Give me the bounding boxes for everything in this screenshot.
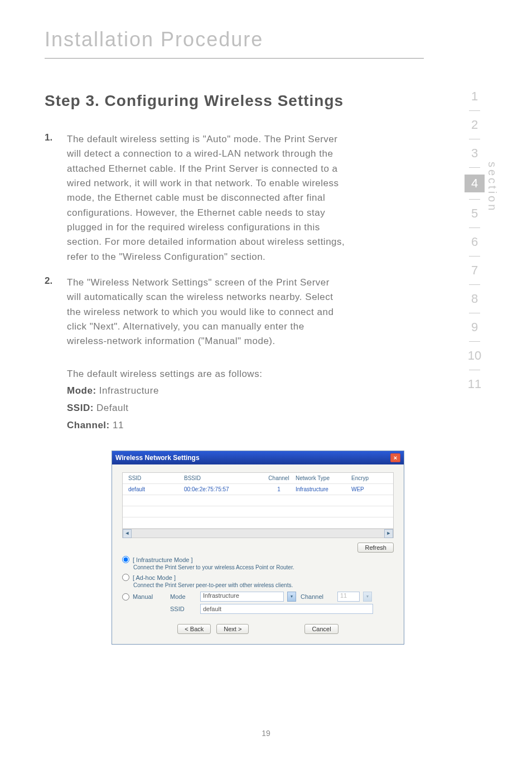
grid-empty-row xyxy=(123,495,393,506)
tab-3[interactable]: 3 xyxy=(465,146,485,161)
cancel-button[interactable]: Cancel xyxy=(304,624,338,634)
manual-mode-lbl: Mode xyxy=(170,593,197,600)
list-number: 2. xyxy=(45,275,67,349)
adhoc-radio-input[interactable] xyxy=(122,574,129,581)
list-item: 2. The "Wireless Network Settings" scree… xyxy=(45,275,346,349)
tab-7[interactable]: 7 xyxy=(465,263,485,278)
cell-enc: WEP xyxy=(351,486,379,492)
back-button[interactable]: < Back xyxy=(177,624,211,634)
tab-9[interactable]: 9 xyxy=(465,320,485,335)
manual-mode-radio[interactable]: Manual xyxy=(122,593,167,601)
manual-channel-lbl: Channel xyxy=(301,593,334,600)
channel-value: 11 xyxy=(113,420,124,430)
mode-combo-arrow[interactable]: ▾ xyxy=(287,592,296,602)
grid-empty-row xyxy=(123,517,393,529)
horizontal-scrollbar[interactable]: ◄ ► xyxy=(123,529,393,538)
list-text: The "Wireless Network Settings" screen o… xyxy=(67,275,346,349)
tab-11[interactable]: 11 xyxy=(465,377,485,391)
tab-6[interactable]: 6 xyxy=(465,235,485,249)
mode-label: Mode: xyxy=(67,385,96,396)
dialog-titlebar: Wireless Network Settings × xyxy=(112,451,404,464)
tab-5[interactable]: 5 xyxy=(465,206,485,221)
tab-10[interactable]: 10 xyxy=(465,348,485,363)
channel-label: Channel: xyxy=(67,420,110,430)
infra-mode-radio[interactable]: [ Infrastructure Mode ] xyxy=(122,556,394,563)
grid-data-row[interactable]: default 00:0e:2e:75:75:57 1 Infrastructu… xyxy=(123,484,393,495)
channel-combo-arrow[interactable]: ▾ xyxy=(363,592,372,602)
cell-ssid: default xyxy=(123,486,184,492)
col-channel: Channel xyxy=(262,475,296,481)
list-text: The default wireless setting is "Auto" m… xyxy=(67,132,346,264)
cell-channel: 1 xyxy=(262,486,296,492)
next-button[interactable]: Next > xyxy=(216,624,249,634)
channel-combo[interactable]: 11 xyxy=(337,592,360,602)
adhoc-desc: Connect the Print Server peer-to-peer wi… xyxy=(133,582,394,588)
cell-type: Infrastructure xyxy=(296,486,351,492)
adhoc-mode-radio[interactable]: [ Ad-hoc Mode ] xyxy=(122,574,394,581)
manual-radio-input[interactable] xyxy=(122,593,129,601)
col-ssid: SSID xyxy=(123,475,184,481)
grid-header-row: SSID BSSID Channel Network Type Encryp xyxy=(123,473,393,484)
manual-ssid-lbl: SSID xyxy=(170,606,197,612)
col-enc: Encryp xyxy=(351,475,379,481)
defaults-intro: The default wireless settings are as fol… xyxy=(67,366,346,383)
cell-bssid: 00:0e:2e:75:75:57 xyxy=(184,486,262,492)
grid-empty-row xyxy=(123,506,393,517)
section-tabs: 1 2 3 4 5 6 7 8 9 10 11 xyxy=(465,89,485,391)
tab-1[interactable]: 1 xyxy=(465,89,485,104)
ssid-input[interactable] xyxy=(200,604,373,614)
section-label: section xyxy=(486,162,499,212)
network-list[interactable]: SSID BSSID Channel Network Type Encryp d… xyxy=(122,472,394,538)
infra-radio-input[interactable] xyxy=(122,556,129,563)
ssid-label: SSID: xyxy=(67,403,94,413)
tab-4[interactable]: 4 xyxy=(465,175,485,192)
mode-combo[interactable]: Infrastructure xyxy=(200,592,284,602)
list-number: 1. xyxy=(45,132,67,264)
manual-label: Manual xyxy=(133,593,153,600)
col-type: Network Type xyxy=(296,475,351,481)
step-heading: Step 3. Configuring Wireless Settings xyxy=(45,92,346,110)
col-bssid: BSSID xyxy=(184,475,262,481)
tab-2[interactable]: 2 xyxy=(465,118,485,132)
list-item: 1. The default wireless setting is "Auto… xyxy=(45,132,346,264)
adhoc-label: [ Ad-hoc Mode ] xyxy=(133,574,176,581)
chapter-title: Installation Procedure xyxy=(0,0,532,51)
dialog-title: Wireless Network Settings xyxy=(115,454,200,462)
page-number: 19 xyxy=(0,729,532,738)
default-channel: Channel: 11 xyxy=(67,417,346,434)
mode-value: Infrastructure xyxy=(99,385,159,396)
infra-desc: Connect the Print Server to your wireles… xyxy=(133,564,394,570)
infra-label: [ Infrastructure Mode ] xyxy=(133,556,193,563)
scroll-left-icon[interactable]: ◄ xyxy=(123,529,132,538)
tab-8[interactable]: 8 xyxy=(465,292,485,306)
default-mode: Mode: Infrastructure xyxy=(67,383,346,400)
default-ssid: SSID: Default xyxy=(67,400,346,417)
wireless-settings-dialog: Wireless Network Settings × SSID BSSID C… xyxy=(112,451,404,645)
close-button[interactable]: × xyxy=(390,453,400,462)
ssid-value: Default xyxy=(96,403,128,413)
refresh-button[interactable]: Refresh xyxy=(357,543,394,553)
scroll-right-icon[interactable]: ► xyxy=(384,529,393,538)
